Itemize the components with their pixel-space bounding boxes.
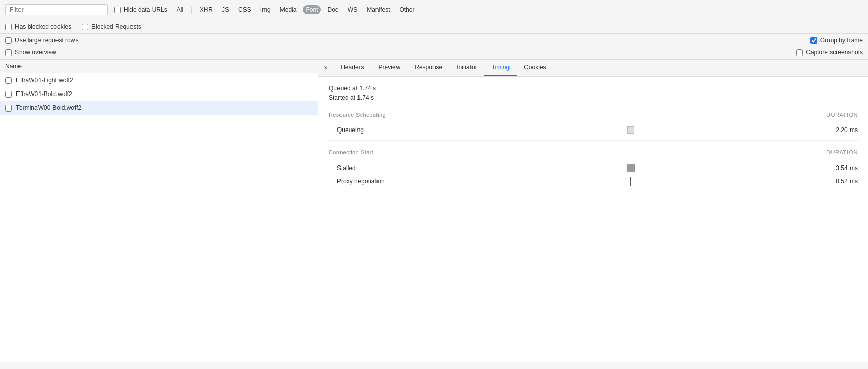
duration-label-1: DURATION <box>826 112 858 118</box>
stalled-duration: 3.54 ms <box>822 164 858 172</box>
timing-row-queueing: Queueing 2.20 ms <box>329 124 858 136</box>
resource-scheduling-header: Resource Scheduling DURATION <box>329 112 858 120</box>
use-large-rows-text: Use large request rows <box>15 36 78 44</box>
group-by-frame-text: Group by frame <box>820 36 863 44</box>
main-content: Name EffraW01-Light.woff2 EffraW01-Bold.… <box>0 60 868 362</box>
has-blocked-cookies-label[interactable]: Has blocked cookies <box>5 23 71 30</box>
has-blocked-cookies-checkbox[interactable] <box>5 24 12 30</box>
tabs-row: × Headers Preview Response Initiator Tim… <box>318 60 868 77</box>
filter-btn-xhr[interactable]: XHR <box>197 5 216 14</box>
proxy-bar-container <box>440 177 822 186</box>
filter-btn-ws[interactable]: WS <box>345 5 361 14</box>
options-block: Use large request rows Group by frame Sh… <box>0 34 868 60</box>
options-row-2: Show overview Capture screenshots <box>0 46 868 59</box>
right-panel: × Headers Preview Response Initiator Tim… <box>318 60 868 362</box>
hide-data-urls-text: Hide data URLs <box>124 6 167 13</box>
show-overview-text: Show overview <box>15 49 56 56</box>
blocked-requests-text: Blocked Requests <box>91 23 141 30</box>
queueing-bar-container <box>440 126 822 134</box>
connection-start-title: Connection Start <box>329 149 373 155</box>
file-name-0: EffraW01-Light.woff2 <box>16 77 73 84</box>
file-checkbox-0[interactable] <box>5 77 12 84</box>
queued-at: Queued at 1.74 s <box>329 85 858 92</box>
resource-scheduling-title: Resource Scheduling <box>329 112 386 118</box>
capture-screenshots-text: Capture screenshots <box>806 49 863 56</box>
options-row-1: Use large request rows Group by frame <box>0 34 868 46</box>
tab-cookies[interactable]: Cookies <box>517 60 553 76</box>
filter-btn-css[interactable]: CSS <box>235 5 254 14</box>
filter-btn-all[interactable]: All <box>174 5 186 14</box>
filter-type-buttons: All | XHR JS CSS Img Media Font Doc WS M… <box>174 5 418 14</box>
stalled-label: Stalled <box>337 164 440 172</box>
show-overview-checkbox[interactable] <box>5 49 12 56</box>
filter-btn-font[interactable]: Font <box>303 5 321 14</box>
timing-row-proxy: Proxy negotiation 0.52 ms <box>329 175 858 188</box>
stalled-bar-container <box>440 164 822 172</box>
capture-screenshots-label[interactable]: Capture screenshots <box>796 49 863 56</box>
filter-btn-img[interactable]: Img <box>257 5 274 14</box>
tab-timing[interactable]: Timing <box>484 60 517 76</box>
file-name-2: TerminaW00-Bold.woff2 <box>16 104 81 112</box>
duration-label-2: DURATION <box>826 149 858 155</box>
hide-data-urls-checkbox[interactable] <box>114 7 121 13</box>
blocked-requests-label[interactable]: Blocked Requests <box>82 23 141 30</box>
use-large-rows-checkbox[interactable] <box>5 37 12 44</box>
file-checkbox-2[interactable] <box>5 105 12 112</box>
list-item[interactable]: EffraW01-Bold.woff2 <box>0 87 318 101</box>
started-at: Started at 1.74 s <box>329 94 858 101</box>
proxy-duration: 0.52 ms <box>822 178 858 185</box>
proxy-label: Proxy negotiation <box>337 178 440 185</box>
left-panel: Name EffraW01-Light.woff2 EffraW01-Bold.… <box>0 60 318 362</box>
separator-1: | <box>191 6 193 14</box>
file-checkbox-1[interactable] <box>5 91 12 98</box>
stalled-bar <box>627 164 635 172</box>
filter-btn-js[interactable]: JS <box>219 5 232 14</box>
group-by-frame-checkbox[interactable] <box>810 37 817 44</box>
file-list: EffraW01-Light.woff2 EffraW01-Bold.woff2… <box>0 73 318 115</box>
show-overview-label[interactable]: Show overview <box>5 49 56 56</box>
queueing-bar <box>627 126 634 134</box>
close-button[interactable]: × <box>318 60 333 76</box>
list-item[interactable]: EffraW01-Light.woff2 <box>0 73 318 87</box>
file-name-1: EffraW01-Bold.woff2 <box>16 90 72 98</box>
column-header-name: Name <box>0 60 318 73</box>
right-options-1: Group by frame <box>810 36 863 44</box>
timing-meta: Queued at 1.74 s Started at 1.74 s <box>329 85 858 101</box>
right-options-2: Capture screenshots <box>796 49 863 56</box>
tab-headers[interactable]: Headers <box>333 60 371 76</box>
connection-start-header: Connection Start DURATION <box>329 149 858 157</box>
hide-data-urls-label[interactable]: Hide data URLs <box>114 6 167 13</box>
filter-btn-other[interactable]: Other <box>397 5 418 14</box>
tab-response[interactable]: Response <box>407 60 449 76</box>
timing-row-stalled: Stalled 3.54 ms <box>329 161 858 175</box>
capture-screenshots-checkbox[interactable] <box>796 49 803 56</box>
tab-preview[interactable]: Preview <box>371 60 408 76</box>
group-by-frame-label[interactable]: Group by frame <box>810 36 863 44</box>
queueing-label: Queueing <box>337 126 440 134</box>
toolbar: Hide data URLs All | XHR JS CSS Img Medi… <box>0 0 868 20</box>
list-item[interactable]: TerminaW00-Bold.woff2 <box>0 101 318 115</box>
has-blocked-cookies-text: Has blocked cookies <box>15 23 71 30</box>
filter-btn-media[interactable]: Media <box>277 5 300 14</box>
filter-btn-doc[interactable]: Doc <box>324 5 341 14</box>
blocked-requests-checkbox[interactable] <box>82 24 88 30</box>
use-large-rows-label[interactable]: Use large request rows <box>5 36 78 44</box>
queueing-duration: 2.20 ms <box>822 126 858 134</box>
proxy-bar <box>630 177 631 186</box>
timing-content: Queued at 1.74 s Started at 1.74 s Resou… <box>318 77 868 196</box>
filter-input[interactable] <box>5 4 108 15</box>
filter-btn-manifest[interactable]: Manifest <box>364 5 393 14</box>
tab-initiator[interactable]: Initiator <box>449 60 484 76</box>
section-divider <box>329 140 858 141</box>
checkboxes-row: Has blocked cookies Blocked Requests <box>0 20 868 34</box>
